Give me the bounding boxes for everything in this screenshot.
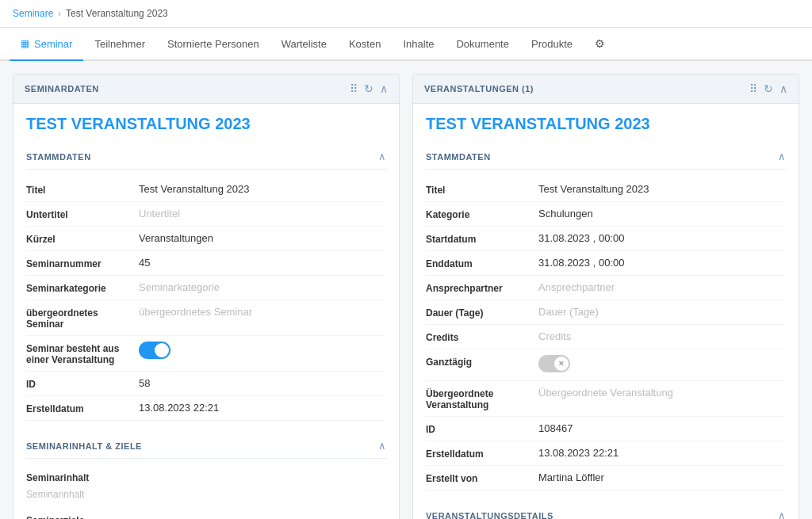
seminarinhalt-textarea-placeholder[interactable]: Seminarinhalt (26, 486, 386, 503)
right-field-label-id: ID (426, 422, 529, 435)
left-seminarinhalt-toggle[interactable]: ∧ (378, 440, 386, 452)
right-field-label-dauer: Dauer (Tage) (426, 306, 529, 319)
right-field-value-ansprechpartner: Ansprechpartner (538, 281, 786, 293)
left-stammdaten-toggle[interactable]: ∧ (378, 151, 386, 162)
left-stammdaten-section: STAMMDATEN ∧ Titel Test Veranstaltung 20… (26, 144, 386, 421)
breadcrumb-link[interactable]: Seminare (13, 8, 53, 19)
field-row-erstelldatum: Erstelldatum 13.08.2023 22:21 (26, 396, 386, 421)
left-panel-title: SEMINARDATEN (25, 84, 99, 93)
right-field-label-credits: Credits (426, 330, 529, 343)
settings-gear-icon: ⚙ (595, 37, 605, 50)
left-seminarinhalt-header: SEMINARINHALT & ZIELE ∧ (26, 433, 386, 459)
right-field-row-id: ID 108467 (426, 417, 786, 441)
right-field-label-enddatum: Enddatum (426, 257, 529, 269)
right-collapse-icon[interactable]: ∧ (779, 82, 787, 95)
right-panel-actions: ⠿ ↻ ∧ (749, 82, 787, 95)
main-content: SEMINARDATEN ⠿ ↻ ∧ TEST VERANSTALTUNG 20… (0, 61, 812, 519)
field-label-id: ID (26, 377, 129, 390)
field-label-uebergeordnet: übergeordnetes Seminar (26, 306, 129, 330)
left-refresh-icon[interactable]: ↻ (364, 82, 373, 95)
field-value-id: 58 (139, 377, 386, 389)
left-panel-actions: ⠿ ↻ ∧ (350, 82, 388, 95)
right-field-value-ganztaegig: ✕ (538, 355, 786, 375)
breadcrumb-current: Test Veranstaltung 2023 (66, 8, 168, 19)
right-field-value-kategorie: Schulungen (538, 208, 786, 219)
right-field-row-kategorie: Kategorie Schulungen (426, 202, 786, 227)
right-field-value-uebergeordnete: Übergeordnete Veranstaltung (538, 387, 786, 399)
field-value-titel: Test Veranstaltung 2023 (139, 183, 386, 195)
seminar-grid-icon: ▦ (21, 38, 29, 49)
right-stammdaten-toggle[interactable]: ∧ (778, 151, 786, 162)
left-panel-body: TEST VERANSTALTUNG 2023 STAMMDATEN ∧ Tit… (13, 104, 399, 519)
right-panel-title: VERANSTALTUNGEN (1) (424, 84, 534, 93)
field-row-uebergeordnet: übergeordnetes Seminar übergeordnetes Se… (26, 300, 386, 336)
right-field-row-ansprechpartner: Ansprechpartner Ansprechpartner (426, 276, 786, 300)
field-label-untertitel: Untertitel (26, 208, 129, 220)
right-panel-body: TEST VERANSTALTUNG 2023 STAMMDATEN ∧ Tit… (413, 104, 799, 519)
toggle-ganztaegig[interactable]: ✕ (538, 355, 570, 372)
seminarziele-sublabel: Seminarziele (26, 509, 386, 519)
left-seminarinhalt-label: SEMINARINHALT & ZIELE (26, 441, 142, 451)
tab-seminar[interactable]: ▦ Seminar (10, 29, 83, 61)
toggle-besteht-aus[interactable] (139, 342, 170, 359)
right-stammdaten-section: STAMMDATEN ∧ Titel Test Veranstaltung 20… (426, 144, 786, 490)
tab-produkte[interactable]: Produkte (520, 29, 584, 61)
left-grid-icon[interactable]: ⠿ (350, 82, 358, 95)
right-field-value-id: 108467 (538, 422, 786, 434)
right-field-row-erstellt-von: Erstellt von Martina Löffler (426, 466, 786, 490)
left-collapse-icon[interactable]: ∧ (380, 82, 388, 95)
right-refresh-icon[interactable]: ↻ (764, 82, 773, 95)
right-veranstaltungsdetails-label: VERANSTALTUNGSDETAILS (426, 511, 553, 520)
right-field-row-erstelldatum: Erstelldatum 13.08.2023 22:21 (426, 441, 786, 466)
field-value-seminarnummer: 45 (139, 257, 386, 269)
right-field-row-uebergeordnete: Übergeordnete Veranstaltung Übergeordnet… (426, 381, 786, 417)
right-field-row-credits: Credits Credits (426, 325, 786, 349)
right-stammdaten-label: STAMMDATEN (426, 152, 491, 162)
field-row-kuerzel: Kürzel Veranstaltungen (26, 227, 386, 251)
right-field-row-dauer: Dauer (Tage) Dauer (Tage) (426, 300, 786, 325)
field-value-uebergeordnet: übergeordnetes Seminar (139, 306, 386, 318)
right-field-value-erstelldatum: 13.08.2023 22:21 (538, 447, 786, 459)
left-main-title: TEST VERANSTALTUNG 2023 (26, 115, 386, 133)
right-veranstaltungsdetails-header: VERANSTALTUNGSDETAILS ∧ (426, 503, 786, 519)
left-stammdaten-header: STAMMDATEN ∧ (26, 144, 386, 170)
right-field-label-erstelldatum: Erstelldatum (426, 447, 529, 460)
tabs-bar: ▦ Seminar Teilnehmer Stornierte Personen… (0, 28, 812, 61)
field-row-untertitel: Untertitel Untertitel (26, 202, 386, 227)
tab-inhalte-label: Inhalte (403, 38, 434, 50)
field-label-seminarnummer: Seminarnummer (26, 257, 129, 269)
tab-kosten-label: Kosten (349, 38, 381, 50)
seminarinhalt-sublabel: Seminarinhalt (26, 467, 386, 486)
right-grid-icon[interactable]: ⠿ (749, 82, 757, 95)
right-veranstaltungsdetails-section: VERANSTALTUNGSDETAILS ∧ (426, 503, 786, 519)
right-field-value-enddatum: 31.08.2023 , 00:00 (538, 257, 786, 269)
tab-stornierte[interactable]: Stornierte Personen (156, 29, 270, 61)
field-value-besteht-aus (139, 342, 386, 361)
right-field-label-erstellt-von: Erstellt von (426, 471, 529, 484)
tab-dokumente[interactable]: Dokumente (445, 29, 519, 61)
tab-kosten[interactable]: Kosten (338, 29, 392, 61)
field-label-besteht-aus: Seminar besteht aus einer Veranstaltung (26, 342, 129, 365)
tab-stornierte-label: Stornierte Personen (167, 38, 259, 50)
field-row-besteht-aus: Seminar besteht aus einer Veranstaltung (26, 336, 386, 372)
right-field-row-enddatum: Enddatum 31.08.2023 , 00:00 (426, 251, 786, 276)
right-panel-header: VERANSTALTUNGEN (1) ⠿ ↻ ∧ (413, 74, 799, 104)
right-field-label-ansprechpartner: Ansprechpartner (426, 281, 529, 294)
field-value-erstelldatum: 13.08.2023 22:21 (139, 402, 386, 414)
right-field-label-uebergeordnete: Übergeordnete Veranstaltung (426, 387, 529, 410)
tab-teilnehmer[interactable]: Teilnehmer (83, 29, 156, 61)
field-label-kuerzel: Kürzel (26, 232, 129, 245)
field-row-id: ID 58 (26, 372, 386, 396)
right-field-value-startdatum: 31.08.2023 , 00:00 (538, 232, 786, 244)
right-field-value-credits: Credits (538, 330, 786, 342)
left-seminarinhalt-section: SEMINARINHALT & ZIELE ∧ Seminarinhalt Se… (26, 433, 386, 519)
tab-settings[interactable]: ⚙ (584, 28, 616, 61)
tab-warteliste[interactable]: Warteliste (270, 29, 338, 61)
tab-inhalte[interactable]: Inhalte (392, 29, 445, 61)
field-value-untertitel: Untertitel (139, 208, 386, 219)
field-label-titel: Titel (26, 183, 129, 196)
right-veranstaltungsdetails-toggle[interactable]: ∧ (778, 509, 786, 519)
field-value-seminarkategorie: Seminarkategorie (139, 281, 386, 293)
right-field-row-titel: Titel Test Veranstaltung 2023 (426, 177, 786, 202)
right-stammdaten-header: STAMMDATEN ∧ (426, 144, 786, 170)
